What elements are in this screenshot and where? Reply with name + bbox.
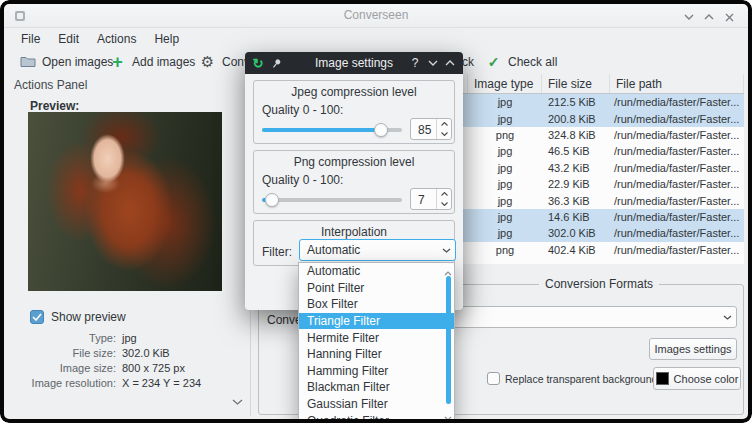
cell-file-path: /run/media/faster/Faster...	[610, 178, 744, 190]
info-type-label: Type:	[10, 332, 116, 344]
menu-help[interactable]: Help	[145, 30, 188, 48]
spin-up-icon[interactable]	[437, 119, 451, 129]
cell-file-size: 46.5 KiB	[542, 145, 610, 157]
checkbox-unchecked-icon[interactable]	[487, 372, 500, 385]
images-settings-button[interactable]: Images settings	[649, 338, 737, 360]
replace-transparent-checkbox[interactable]: Replace transparent background	[487, 372, 657, 385]
add-images-button[interactable]: + Add images	[104, 49, 200, 74]
jpeg-slider-fill	[262, 128, 381, 132]
cell-file-size: 212.5 KiB	[542, 96, 610, 108]
replace-transparent-label: Replace transparent background	[505, 373, 657, 385]
menu-edit[interactable]: Edit	[49, 30, 88, 48]
checkbox-checked-icon[interactable]	[30, 310, 44, 324]
shade-down-icon[interactable]	[425, 55, 441, 71]
filter-option-triangle-filter[interactable]: Triangle Filter	[299, 313, 454, 330]
spin-down-icon[interactable]	[437, 129, 451, 139]
filter-option-automatic[interactable]: Automatic	[299, 263, 454, 280]
cell-image-type: jpg	[468, 145, 542, 157]
cell-file-size: 402.4 KiB	[542, 244, 610, 256]
spin-down-icon[interactable]	[437, 199, 451, 209]
png-quality-spinbox[interactable]: 7	[410, 188, 452, 210]
shade-up-icon[interactable]	[442, 55, 458, 71]
spin-up-icon[interactable]	[437, 189, 451, 199]
cell-image-type: jpg	[468, 227, 542, 239]
info-imagesize-value: 800 x 725 px	[122, 362, 185, 374]
open-images-button[interactable]: Open images	[14, 49, 118, 74]
filter-combobox[interactable]: Automatic	[299, 239, 456, 261]
filter-option-gaussian-filter[interactable]: Gaussian Filter	[299, 396, 454, 413]
jpeg-quality-spinbox[interactable]: 85	[410, 118, 452, 140]
interpolation-group: Interpolation Filter: Automatic	[253, 220, 455, 266]
slider-track	[262, 198, 402, 202]
column-header-file-path[interactable]: File path	[610, 74, 744, 93]
filter-option-hanning-filter[interactable]: Hanning Filter	[299, 346, 454, 363]
choose-color-label: Choose color	[674, 373, 739, 385]
minimize-button[interactable]	[682, 11, 696, 23]
preview-label: Preview:	[30, 99, 79, 113]
menubar: File Edit Actions Help	[4, 29, 748, 48]
filter-option-hermite-filter[interactable]: Hermite Filter	[299, 329, 454, 346]
cell-image-type: png	[468, 244, 542, 256]
cell-file-size: 22.9 KiB	[542, 178, 610, 190]
cell-file-path: /run/media/faster/Faster...	[610, 162, 744, 174]
cell-file-size: 324.8 KiB	[542, 129, 610, 141]
png-slider-handle[interactable]	[265, 193, 279, 207]
interpolation-group-title: Interpolation	[254, 225, 454, 239]
jpeg-compression-group: Jpeg compression level Quality 0 - 100: …	[253, 80, 455, 144]
check-all-label: Check all	[508, 55, 557, 69]
jpeg-quality-label: Quality 0 - 100:	[262, 103, 343, 117]
close-button[interactable]	[722, 11, 736, 23]
cell-file-size: 302.0 KiB	[542, 227, 610, 239]
menu-actions[interactable]: Actions	[88, 30, 145, 48]
info-resolution-label: Image resolution:	[10, 377, 116, 389]
info-resolution-value: X = 234 Y = 234	[122, 377, 201, 389]
preview-image	[28, 112, 222, 291]
filter-option-hamming-filter[interactable]: Hamming Filter	[299, 363, 454, 380]
cell-image-type: png	[468, 129, 542, 141]
cell-image-type: jpg	[468, 195, 542, 207]
filter-label: Filter:	[262, 245, 292, 259]
cell-file-size: 43.2 KiB	[542, 162, 610, 174]
info-type-value: jpg	[122, 332, 137, 344]
scroll-down-icon[interactable]	[232, 394, 243, 408]
chevron-down-icon	[437, 248, 455, 253]
cell-file-path: /run/media/faster/Faster...	[610, 113, 744, 125]
png-quality-slider[interactable]	[262, 192, 402, 208]
cell-image-type: jpg	[468, 96, 542, 108]
choose-color-button[interactable]: Choose color	[653, 367, 741, 390]
jpeg-slider-handle[interactable]	[374, 123, 388, 137]
scrollbar-down-icon[interactable]	[444, 410, 452, 420]
filter-option-blackman-filter[interactable]: Blackman Filter	[299, 379, 454, 396]
jpeg-group-title: Jpeg compression level	[254, 85, 454, 99]
scrollbar-thumb[interactable]	[446, 276, 451, 404]
dialog-titlebar[interactable]: Image settings ↻ ?	[245, 52, 463, 74]
menu-file[interactable]: File	[12, 30, 49, 48]
cell-file-size: 36.3 KiB	[542, 195, 610, 207]
check-all-button[interactable]: ✓ Check all	[480, 49, 562, 74]
info-filesize-label: File size:	[10, 347, 116, 359]
image-info: Type:jpg File size:302.0 KiB Image size:…	[10, 330, 238, 390]
cell-file-path: /run/media/faster/Faster...	[610, 227, 744, 239]
filter-option-quadratic-filter[interactable]: Quadratic Filter	[299, 412, 454, 420]
pin-icon[interactable]	[268, 55, 284, 71]
actions-panel-title: Actions Panel	[14, 78, 87, 92]
png-quality-label: Quality 0 - 100:	[262, 173, 343, 187]
spin-buttons[interactable]	[436, 119, 451, 139]
color-swatch	[656, 372, 669, 385]
help-icon[interactable]: ?	[407, 55, 423, 71]
open-images-label: Open images	[42, 55, 113, 69]
window-title: Converseen	[4, 8, 748, 22]
column-header-image-type[interactable]: Image type	[468, 74, 542, 93]
jpeg-quality-slider[interactable]	[262, 122, 402, 138]
titlebar[interactable]: Converseen	[4, 4, 748, 28]
images-settings-label: Images settings	[654, 343, 731, 355]
column-header-file-size[interactable]: File size	[542, 74, 610, 93]
filter-option-point-filter[interactable]: Point Filter	[299, 280, 454, 297]
spin-buttons[interactable]	[436, 189, 451, 209]
refresh-icon[interactable]: ↻	[250, 55, 266, 71]
show-preview-checkbox[interactable]: Show preview	[30, 310, 126, 324]
cell-image-type: jpg	[468, 211, 542, 223]
maximize-button[interactable]	[702, 11, 716, 23]
filter-option-box-filter[interactable]: Box Filter	[299, 296, 454, 313]
plus-icon: +	[109, 55, 126, 69]
